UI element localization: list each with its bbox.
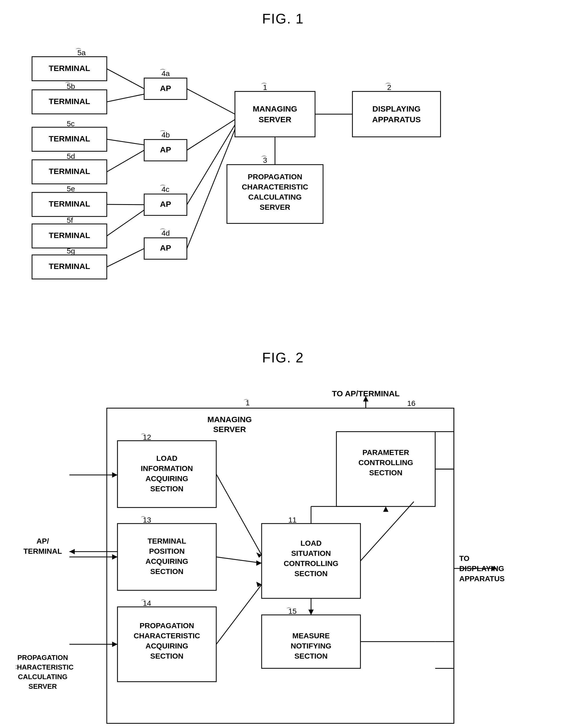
svg-line-63 — [187, 89, 235, 114]
svg-text:AP: AP — [160, 200, 171, 208]
svg-text:⌒: ⌒ — [141, 516, 146, 522]
svg-text:TERMINAL: TERMINAL — [49, 199, 90, 208]
fig2-diagram: MANAGING SERVER 1 ⌒ TO AP/TERMINAL 16 12… — [16, 376, 550, 728]
svg-text:⌒: ⌒ — [141, 599, 146, 605]
svg-text:TERMINAL: TERMINAL — [148, 537, 186, 545]
svg-text:CHARACTERISTIC: CHARACTERISTIC — [134, 632, 200, 640]
svg-text:NOTIFYING: NOTIFYING — [291, 642, 331, 650]
svg-text:CONTROLLING: CONTROLLING — [283, 559, 338, 568]
svg-text:PROPAGATION: PROPAGATION — [248, 173, 302, 181]
svg-text:APPARATUS: APPARATUS — [459, 575, 505, 583]
svg-text:SITUATION: SITUATION — [291, 549, 331, 557]
svg-text:CONTROLLING: CONTROLLING — [358, 458, 413, 467]
svg-text:ACQUIRING: ACQUIRING — [145, 642, 188, 650]
svg-rect-80 — [117, 441, 216, 508]
svg-text:⌒: ⌒ — [160, 130, 166, 137]
svg-text:PROPAGATION: PROPAGATION — [17, 654, 68, 662]
svg-text:TERMINAL: TERMINAL — [49, 134, 90, 143]
svg-rect-41 — [235, 92, 315, 137]
svg-text:LOAD: LOAD — [300, 539, 321, 547]
svg-text:DISPLAYING: DISPLAYING — [372, 104, 421, 113]
svg-text:⌒: ⌒ — [65, 81, 71, 89]
svg-text:TERMINAL: TERMINAL — [49, 64, 90, 73]
svg-text:ACQUIRING: ACQUIRING — [145, 474, 188, 483]
fig2-title: FIG. 2 — [16, 350, 550, 366]
fig1-diagram: 5a ⌒ TERMINAL 5b ⌒ TERMINAL 5c TERMINAL … — [16, 35, 550, 328]
svg-text:AP: AP — [160, 243, 171, 252]
svg-text:TERMINAL: TERMINAL — [49, 231, 90, 240]
svg-line-60 — [107, 204, 144, 205]
svg-text:SECTION: SECTION — [369, 469, 402, 477]
svg-line-62 — [107, 248, 144, 267]
svg-text:⌒: ⌒ — [244, 399, 249, 405]
svg-rect-46 — [352, 92, 440, 137]
svg-text:LOAD: LOAD — [156, 454, 177, 462]
svg-line-64 — [187, 120, 235, 150]
svg-text:11: 11 — [288, 516, 296, 524]
svg-text:CALCULATING: CALCULATING — [18, 673, 68, 681]
svg-text:AP: AP — [160, 84, 171, 93]
svg-rect-87 — [117, 524, 216, 590]
svg-text:MEASURE: MEASURE — [292, 632, 330, 640]
svg-text:PROPAGATION: PROPAGATION — [140, 622, 194, 630]
svg-line-57 — [107, 94, 144, 102]
svg-text:SERVER: SERVER — [260, 203, 290, 212]
svg-text:5d: 5d — [67, 152, 75, 160]
svg-text:5c: 5c — [67, 120, 75, 128]
svg-text:⌒: ⌒ — [160, 184, 166, 191]
svg-text:5g: 5g — [67, 247, 75, 255]
svg-text:TERMINAL: TERMINAL — [49, 167, 90, 176]
svg-text:TERMINAL: TERMINAL — [23, 547, 62, 555]
svg-text:POSITION: POSITION — [149, 547, 185, 555]
svg-text:5f: 5f — [67, 216, 73, 224]
svg-line-59 — [107, 150, 144, 172]
svg-text:SECTION: SECTION — [150, 652, 184, 660]
svg-text:SERVER: SERVER — [259, 115, 291, 124]
svg-text:TERMINAL: TERMINAL — [49, 262, 90, 271]
svg-line-61 — [107, 210, 144, 236]
svg-text:⌒: ⌒ — [160, 228, 166, 235]
svg-text:TO: TO — [459, 554, 469, 563]
page-container: FIG. 1 5a ⌒ TERMINAL 5b ⌒ TERMINAL 5c TE… — [0, 0, 566, 728]
svg-text:SECTION: SECTION — [150, 485, 184, 493]
svg-text:5e: 5e — [67, 185, 75, 193]
svg-text:CHARACTERISTIC: CHARACTERISTIC — [16, 663, 74, 671]
svg-text:CHARACTERISTIC: CHARACTERISTIC — [242, 183, 308, 191]
svg-marker-132 — [69, 549, 75, 554]
svg-text:TERMINAL: TERMINAL — [49, 97, 90, 106]
svg-text:AP/: AP/ — [37, 537, 49, 545]
svg-line-56 — [107, 69, 144, 89]
svg-text:⌒: ⌒ — [261, 155, 267, 162]
svg-text:SERVER: SERVER — [213, 425, 246, 434]
svg-text:⌒: ⌒ — [286, 607, 291, 613]
svg-text:⌒: ⌒ — [385, 82, 391, 89]
svg-text:16: 16 — [407, 399, 415, 407]
svg-text:SERVER: SERVER — [29, 682, 57, 690]
svg-text:APPARATUS: APPARATUS — [372, 115, 421, 124]
svg-line-58 — [107, 139, 144, 145]
svg-text:PARAMETER: PARAMETER — [362, 448, 409, 457]
svg-text:INFORMATION: INFORMATION — [141, 464, 193, 473]
svg-text:CALCULATING: CALCULATING — [248, 193, 302, 201]
svg-text:SECTION: SECTION — [150, 567, 184, 576]
svg-text:MANAGING: MANAGING — [207, 415, 252, 424]
svg-text:SECTION: SECTION — [294, 652, 328, 660]
svg-text:⌒: ⌒ — [160, 68, 166, 76]
svg-text:⌒: ⌒ — [141, 433, 146, 439]
svg-text:⌒: ⌒ — [75, 48, 82, 55]
svg-text:MANAGING: MANAGING — [253, 104, 297, 113]
svg-text:SECTION: SECTION — [294, 569, 328, 578]
fig1-title: FIG. 1 — [16, 11, 550, 27]
svg-text:AP: AP — [160, 145, 171, 154]
svg-text:ACQUIRING: ACQUIRING — [145, 557, 188, 565]
svg-text:⌒: ⌒ — [261, 82, 267, 89]
